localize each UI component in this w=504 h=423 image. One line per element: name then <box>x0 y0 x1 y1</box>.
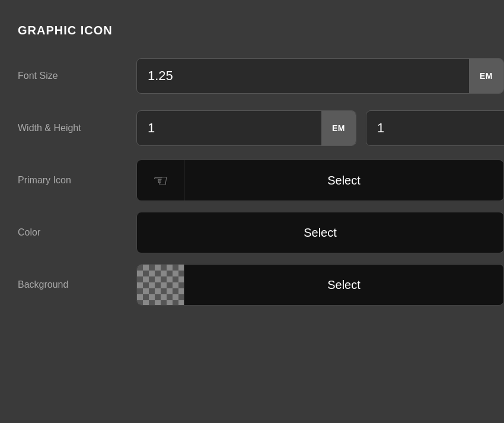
width-unit-button[interactable]: EM <box>321 111 356 145</box>
color-control: Select <box>136 212 504 253</box>
primary-icon-row: Primary Icon ☜ Select <box>18 160 504 201</box>
color-row: Color Select <box>18 212 504 253</box>
graphic-icon-panel: GRAPHIC ICON Font Size EM Width & Height… <box>18 24 504 316</box>
color-select-button[interactable]: Select <box>136 212 504 253</box>
background-control: Select <box>136 264 504 306</box>
width-height-row: Width & Height EM EM <box>18 107 504 149</box>
font-size-label: Font Size <box>18 71 136 81</box>
height-input-group: EM <box>366 110 504 146</box>
font-size-row: Font Size EM <box>18 55 504 97</box>
background-label: Background <box>18 279 136 290</box>
primary-icon-control: ☜ Select <box>136 160 504 201</box>
primary-icon-select-button[interactable]: ☜ Select <box>136 160 504 201</box>
width-height-input-group: EM EM <box>136 110 504 146</box>
width-height-control: EM EM <box>136 110 504 146</box>
background-checkered-preview <box>137 265 184 305</box>
primary-icon-select-label: Select <box>184 174 503 187</box>
background-select-label: Select <box>184 278 503 292</box>
primary-icon-label: Primary Icon <box>18 175 136 186</box>
color-label: Color <box>18 227 136 238</box>
font-size-input-group: EM <box>136 58 504 94</box>
width-input-group: EM <box>136 110 356 146</box>
color-select-label: Select <box>137 226 503 240</box>
panel-title: GRAPHIC ICON <box>18 24 504 37</box>
width-input[interactable] <box>137 120 321 136</box>
height-input[interactable] <box>366 120 504 136</box>
background-select-button[interactable]: Select <box>136 264 504 306</box>
width-height-label: Width & Height <box>18 123 136 133</box>
pointer-hand-icon: ☜ <box>153 171 168 190</box>
primary-icon-preview-area: ☜ <box>137 160 184 201</box>
font-size-unit-button[interactable]: EM <box>469 59 503 93</box>
background-row: Background Select <box>18 264 504 306</box>
font-size-control: EM <box>136 58 504 94</box>
font-size-input[interactable] <box>137 68 469 84</box>
